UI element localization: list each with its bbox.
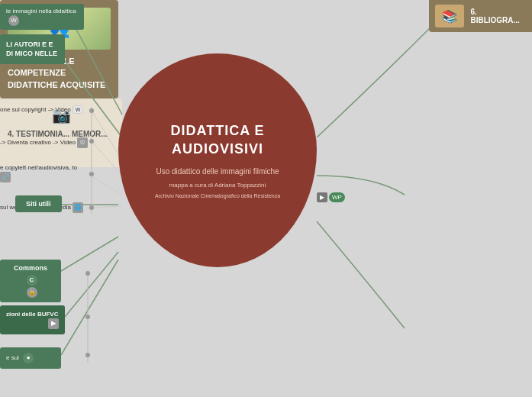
node-commons[interactable]: Commons C 🔒 <box>0 260 61 302</box>
sul-badge: ● <box>23 353 34 363</box>
node-autori[interactable]: LI AUTORI E E DI MICO NELLE <box>0 34 65 64</box>
svg-line-7 <box>57 237 118 273</box>
text-copyright[interactable]: one sul copyright -> Video W <box>0 105 83 114</box>
wiki-badge: W <box>73 105 84 114</box>
panel-bibliography[interactable]: 📚 6. BIBLIOGRA... <box>429 0 532 32</box>
central-node: DIDATTICA E AUDIOVISIVI Uso didattico de… <box>118 53 317 267</box>
node-sul[interactable]: e sul ● <box>0 347 61 369</box>
svg-point-18 <box>85 353 90 357</box>
wp-icon[interactable]: WP <box>329 192 345 202</box>
text-creativo[interactable]: -> Diventa creativo -> Video © <box>0 137 88 148</box>
azioni-icon: ▶ <box>48 318 59 329</box>
central-archive: Archivio Nazionale Cinematografico della… <box>155 193 280 198</box>
node-immagini[interactable]: le immagini nella didattica W <box>0 4 84 30</box>
svg-line-5 <box>88 206 122 208</box>
svg-point-14 <box>89 172 94 176</box>
wiki-icon: W <box>8 15 19 26</box>
node-azioni[interactable]: zioni delle BUFVC ▶ <box>0 305 65 334</box>
node-siti-utili[interactable]: Siti utili <box>15 195 62 212</box>
embed-icons-group: ▶ WP <box>317 192 345 202</box>
svg-point-16 <box>85 271 90 276</box>
commons-badge: C <box>27 275 37 286</box>
lock-icon: 🔒 <box>27 287 37 298</box>
svg-line-4 <box>88 174 122 195</box>
svg-point-17 <box>85 315 90 319</box>
central-author: mappa a cura di Adriana Toppazzini <box>169 182 266 189</box>
text-copyleft[interactable]: e copyleft nell'audiovisiva, to 🔗 <box>0 164 84 182</box>
svg-line-8 <box>65 252 118 317</box>
bibliography-title: 6. BIBLIOGRA... <box>470 8 526 24</box>
embed-icon[interactable]: ▶ <box>317 192 327 202</box>
svg-line-9 <box>61 260 118 355</box>
svg-point-15 <box>89 205 94 210</box>
cc-icon: © <box>77 137 88 148</box>
social-icon: 🌐 <box>73 202 83 213</box>
central-subtitle: Uso didattico delle immagini filmiche <box>156 167 279 176</box>
bibliography-thumb: 📚 <box>435 5 464 27</box>
link-icon: 🔗 <box>0 172 11 182</box>
central-title: DIDATTICA E AUDIOVISIVI <box>134 122 301 158</box>
